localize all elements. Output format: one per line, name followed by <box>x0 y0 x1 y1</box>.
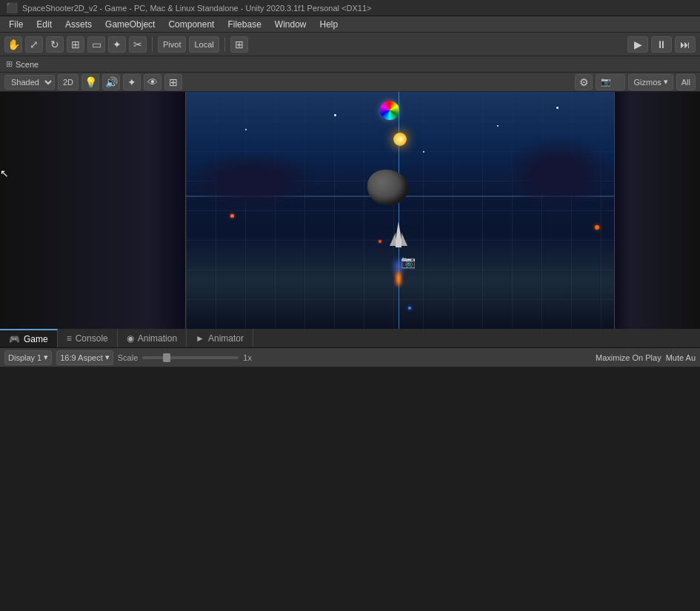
grid-icon[interactable]: ⊞ <box>164 74 182 90</box>
transform-tool[interactable]: ✦ <box>108 36 126 53</box>
display-select[interactable]: Display 1 ▾ <box>4 350 52 365</box>
gizmos-arrow: ▾ <box>664 77 668 87</box>
tab-animation[interactable]: ◉ Animation <box>118 329 187 347</box>
sun-object <box>393 133 407 146</box>
scene-left-dark <box>0 92 187 329</box>
scene-star <box>497 125 499 127</box>
scene-toolbar: Shaded 2D 💡 🔊 ✦ 👁 ⊞ ⚙ 📷 Gizmos ▾ All <box>0 73 700 92</box>
tab-game[interactable]: 🎮 Game <box>0 329 58 347</box>
menu-filebase[interactable]: Filebase <box>221 18 267 31</box>
pivot-button[interactable]: Pivot <box>158 36 186 53</box>
menu-bar: File Edit Assets GameObject Component Fi… <box>0 16 700 33</box>
guide-vertical <box>399 92 399 329</box>
cloud-left <box>186 151 319 210</box>
all-button[interactable]: All <box>676 74 696 90</box>
separator-2 <box>224 37 225 52</box>
scene-canvas: 📷 ↖ <box>0 92 700 329</box>
particle <box>379 240 381 243</box>
all-label: All <box>681 78 690 87</box>
layers-button[interactable]: ⊞ <box>230 36 248 53</box>
scene-star <box>423 151 424 153</box>
scale-value: 1x <box>243 353 252 362</box>
rect-tool[interactable]: ▭ <box>87 36 105 53</box>
scene-star <box>556 107 559 109</box>
tab-console-label: Console <box>76 333 108 344</box>
cloud-right <box>503 136 614 210</box>
hand-tool[interactable]: ✋ <box>4 36 22 53</box>
step-button[interactable]: ⏭ <box>675 36 696 53</box>
scene-game-area: 📷 <box>185 92 615 329</box>
local-button[interactable]: Local <box>189 36 219 53</box>
pivot-label: Pivot <box>163 40 181 49</box>
aspect-arrow: ▾ <box>105 353 110 362</box>
play-button[interactable]: ▶ <box>627 36 648 53</box>
scale-slider[interactable] <box>142 356 239 359</box>
light-icon[interactable]: 💡 <box>81 74 99 90</box>
tab-console[interactable]: ≡ Console <box>58 329 118 347</box>
gizmos-label: Gizmos <box>633 78 661 87</box>
unity-logo <box>380 101 399 120</box>
menu-file[interactable]: File <box>3 18 29 31</box>
move-tool[interactable]: ⤢ <box>25 36 43 53</box>
menu-assets[interactable]: Assets <box>59 18 98 31</box>
asteroid-scene <box>367 170 408 205</box>
thruster-orange <box>396 271 401 286</box>
scene-view: 📷 ↖ <box>0 92 700 329</box>
spaceship-scene <box>390 221 407 255</box>
tab-panel: 🎮 Game ≡ Console ◉ Animation ► Animator <box>0 329 700 348</box>
title-text: SpaceShooter2D_v2 - Game - PC, Mac & Lin… <box>22 4 371 13</box>
main-toolbar: ✋ ⤢ ↻ ⊞ ▭ ✦ ✂ Pivot Local ⊞ ▶ ⏸ ⏭ <box>0 33 700 56</box>
unity-icon: ⬛ <box>6 2 18 13</box>
game-toolbar: Display 1 ▾ 16:9 Aspect ▾ Scale 1x Maxim… <box>0 348 700 367</box>
effects-icon[interactable]: ✦ <box>123 74 141 90</box>
pause-button[interactable]: ⏸ <box>651 36 672 53</box>
tab-game-icon: 🎮 <box>9 334 20 344</box>
2d-label: 2D <box>63 78 73 87</box>
scene-tab-label: Scene <box>16 60 39 69</box>
local-label: Local <box>194 40 213 49</box>
mute-button[interactable]: Mute Au <box>666 353 696 362</box>
scene-star <box>245 129 247 130</box>
maximize-button[interactable]: Maximize On Play <box>596 353 661 362</box>
display-label: Display 1 <box>8 353 41 362</box>
title-bar: ⬛ SpaceShooter2D_v2 - Game - PC, Mac & L… <box>0 0 700 16</box>
aspect-select[interactable]: 16:9 Aspect ▾ <box>56 350 113 365</box>
visibility-icon[interactable]: 👁 <box>144 74 161 90</box>
tab-game-label: Game <box>24 334 48 344</box>
separator-1 <box>152 37 153 52</box>
tab-animation-label: Animation <box>138 333 177 344</box>
rotate-tool[interactable]: ↻ <box>46 36 64 53</box>
menu-help[interactable]: Help <box>314 18 344 31</box>
audio-icon[interactable]: 🔊 <box>102 74 120 90</box>
tab-animator-icon: ► <box>196 333 204 344</box>
settings-icon[interactable]: ⚙ <box>575 74 593 90</box>
scene-tabbar: ⊞ Scene <box>0 56 700 73</box>
camera-select[interactable]: 📷 <box>596 74 625 90</box>
particle <box>408 307 411 310</box>
menu-component[interactable]: Component <box>162 18 220 31</box>
scene-right-dark <box>613 92 700 329</box>
mute-label: Mute Au <box>666 353 696 362</box>
scale-thumb <box>163 353 170 362</box>
menu-window[interactable]: Window <box>269 18 313 31</box>
tab-animation-icon: ◉ <box>127 333 134 344</box>
particle <box>595 225 599 230</box>
custom-tool[interactable]: ✂ <box>129 36 147 53</box>
scale-text: Scale <box>118 353 139 362</box>
tab-console-icon: ≡ <box>67 333 72 344</box>
gizmos-button[interactable]: Gizmos ▾ <box>628 74 673 90</box>
tab-animator-label: Animator <box>208 333 244 344</box>
scale-tool[interactable]: ⊞ <box>67 36 84 53</box>
scene-icon: ⊞ <box>6 59 13 69</box>
scene-star <box>334 114 336 116</box>
tab-animator[interactable]: ► Animator <box>187 329 253 347</box>
menu-gameobject[interactable]: GameObject <box>99 18 161 31</box>
maximize-label: Maximize On Play <box>596 353 661 362</box>
2d-button[interactable]: 2D <box>58 74 79 90</box>
play-controls: ▶ ⏸ ⏭ <box>627 36 696 53</box>
menu-edit[interactable]: Edit <box>30 18 58 31</box>
aspect-label: 16:9 Aspect <box>60 353 103 362</box>
shaded-select[interactable]: Shaded <box>4 75 55 90</box>
particle <box>230 214 234 218</box>
display-arrow: ▾ <box>44 353 48 362</box>
